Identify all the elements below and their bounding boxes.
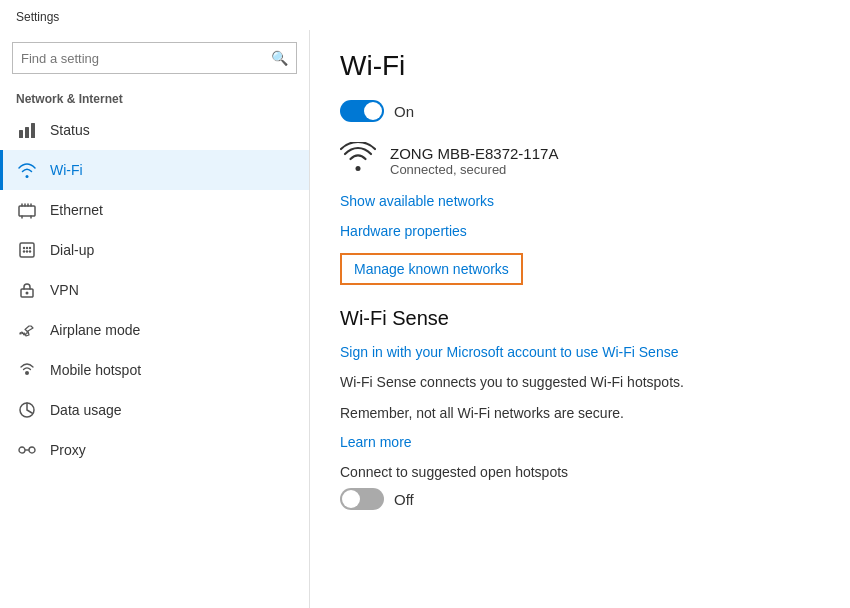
sidebar-item-vpn-label: VPN xyxy=(50,282,79,298)
svg-rect-3 xyxy=(19,206,35,216)
network-info: ZONG MBB-E8372-117A Connected, secured xyxy=(390,145,558,177)
hotspot-icon xyxy=(16,359,38,381)
title-bar: Settings xyxy=(0,0,850,30)
sidebar-item-dialup-label: Dial-up xyxy=(50,242,94,258)
dialup-icon xyxy=(16,239,38,261)
svg-point-9 xyxy=(26,250,28,252)
sidebar-item-airplane-label: Airplane mode xyxy=(50,322,140,338)
wifi-icon xyxy=(16,159,38,181)
wifi-sense-title: Wi-Fi Sense xyxy=(340,307,820,330)
wifi-sense-desc2: Remember, not all Wi-Fi networks are sec… xyxy=(340,403,820,424)
sidebar-item-ethernet[interactable]: Ethernet xyxy=(0,190,309,230)
sidebar-item-proxy[interactable]: Proxy xyxy=(0,430,309,470)
connected-network-block: ZONG MBB-E8372-117A Connected, secured xyxy=(340,142,820,179)
sidebar-item-airplane[interactable]: Airplane mode xyxy=(0,310,309,350)
sidebar-item-datausage-label: Data usage xyxy=(50,402,122,418)
sidebar-item-ethernet-label: Ethernet xyxy=(50,202,103,218)
sidebar-item-datausage[interactable]: Data usage xyxy=(0,390,309,430)
connect-toggle-row: Off xyxy=(340,488,820,510)
datausage-icon xyxy=(16,399,38,421)
svg-point-8 xyxy=(23,250,25,252)
wifi-toggle[interactable] xyxy=(340,100,384,122)
sidebar-item-dialup[interactable]: Dial-up xyxy=(0,230,309,270)
manage-networks-button[interactable]: Manage known networks xyxy=(340,253,523,285)
svg-point-7 xyxy=(29,247,31,249)
svg-rect-4 xyxy=(20,243,34,257)
search-icon: 🔍 xyxy=(271,50,288,66)
svg-point-6 xyxy=(26,247,28,249)
hardware-properties-link[interactable]: Hardware properties xyxy=(340,223,820,239)
svg-point-13 xyxy=(25,371,29,375)
network-status: Connected, secured xyxy=(390,162,558,177)
search-input[interactable] xyxy=(21,51,271,66)
ethernet-icon xyxy=(16,199,38,221)
learn-more-link[interactable]: Learn more xyxy=(340,434,820,450)
svg-point-10 xyxy=(29,250,31,252)
svg-rect-0 xyxy=(19,130,23,138)
svg-rect-2 xyxy=(31,123,35,138)
proxy-icon xyxy=(16,439,38,461)
show-networks-link[interactable]: Show available networks xyxy=(340,193,820,209)
connect-toggle-label: Off xyxy=(394,491,414,508)
wifi-toggle-label: On xyxy=(394,103,414,120)
svg-point-16 xyxy=(29,447,35,453)
svg-point-12 xyxy=(26,292,29,295)
sidebar: 🔍 Network & Internet Status xyxy=(0,30,310,608)
vpn-icon xyxy=(16,279,38,301)
connect-hotspots-label: Connect to suggested open hotspots xyxy=(340,464,820,480)
wifi-toggle-row: On xyxy=(340,100,820,122)
app-title: Settings xyxy=(16,10,59,24)
sidebar-item-wifi-label: Wi-Fi xyxy=(50,162,83,178)
sidebar-item-proxy-label: Proxy xyxy=(50,442,86,458)
sign-in-link[interactable]: Sign in with your Microsoft account to u… xyxy=(340,344,820,360)
svg-point-5 xyxy=(23,247,25,249)
sidebar-item-vpn[interactable]: VPN xyxy=(0,270,309,310)
status-icon xyxy=(16,119,38,141)
network-wifi-icon xyxy=(340,142,376,179)
airplane-icon xyxy=(16,319,38,341)
main-content: Wi-Fi On ZONG MBB-E8372-117A Connected, … xyxy=(310,30,850,608)
search-box[interactable]: 🔍 xyxy=(12,42,297,74)
sidebar-item-wifi[interactable]: Wi-Fi xyxy=(0,150,309,190)
svg-point-15 xyxy=(19,447,25,453)
network-name: ZONG MBB-E8372-117A xyxy=(390,145,558,162)
sidebar-item-status-label: Status xyxy=(50,122,90,138)
sidebar-item-status[interactable]: Status xyxy=(0,110,309,150)
wifi-sense-desc1: Wi-Fi Sense connects you to suggested Wi… xyxy=(340,372,820,393)
page-title: Wi-Fi xyxy=(340,50,820,82)
section-label: Network & Internet xyxy=(0,84,309,110)
connect-hotspots-toggle[interactable] xyxy=(340,488,384,510)
sidebar-item-hotspot[interactable]: Mobile hotspot xyxy=(0,350,309,390)
sidebar-item-hotspot-label: Mobile hotspot xyxy=(50,362,141,378)
svg-rect-1 xyxy=(25,127,29,138)
